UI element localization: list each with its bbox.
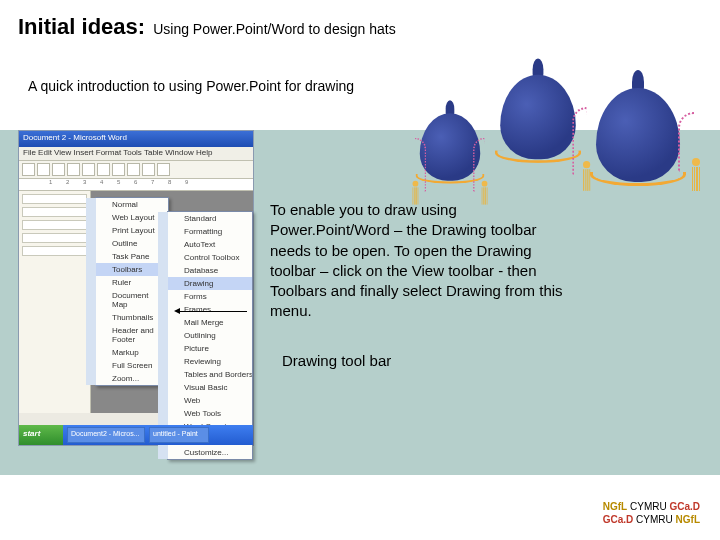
menu-item: Ruler [86, 276, 168, 289]
toolbar-button [97, 163, 110, 176]
taskpane-item [22, 194, 87, 204]
toolbar-button [112, 163, 125, 176]
submenu-item: Control Toolbox [158, 251, 252, 264]
tassel-icon [583, 161, 590, 197]
taskpane-item [22, 207, 87, 217]
submenu-item: Outlining [158, 329, 252, 342]
submenu-item-drawing: Drawing [158, 277, 252, 290]
taskpane-item [22, 246, 87, 256]
toolbar-button [157, 163, 170, 176]
toolbar-button [82, 163, 95, 176]
menu-item: Markup [86, 346, 168, 359]
hat-icon [500, 75, 576, 160]
taskpane-item [22, 233, 87, 243]
footer-text: GCa.D [603, 514, 634, 525]
callout-arrow-icon [177, 311, 247, 312]
menu-item: Thumbnails [86, 311, 168, 324]
menu-item: Zoom... [86, 372, 168, 385]
footer-text: CYMRU [630, 501, 667, 512]
windows-taskbar: start Document2 - Micros... untitled - P… [19, 425, 253, 445]
menu-item: Normal [86, 198, 168, 211]
hat-illustration [408, 28, 708, 238]
submenu-item: Reviewing [158, 355, 252, 368]
submenu-item: Tables and Borders [158, 368, 252, 381]
toolbars-submenu: Standard Formatting AutoText Control Too… [167, 211, 253, 460]
taskbar-task: Document2 - Micros... [67, 427, 145, 443]
toolbar-button [22, 163, 35, 176]
toolbar-button [127, 163, 140, 176]
footer-text: NGfL [603, 501, 627, 512]
hat-brim-icon [590, 172, 686, 186]
start-button: start [19, 425, 63, 445]
caption-text: Drawing tool bar [282, 352, 391, 369]
submenu-item: Web Tools [158, 407, 252, 420]
window-menubar: File Edit View Insert Format Tools Table… [19, 147, 253, 161]
toolbar-button [142, 163, 155, 176]
footer-text: CYMRU [636, 514, 673, 525]
menu-item: Document Map [86, 289, 168, 311]
submenu-item: Formatting [158, 225, 252, 238]
word-screenshot: Document 2 - Microsoft Word File Edit Vi… [18, 130, 254, 446]
menu-item: Print Layout [86, 224, 168, 237]
slide-title: Initial ideas: Using Power.Point/Word to… [18, 14, 396, 40]
title-main: Initial ideas: [18, 14, 145, 40]
menu-item: Full Screen [86, 359, 168, 372]
document-area: Normal Web Layout Print Layout Outline T… [91, 191, 253, 413]
submenu-item: Visual Basic [158, 381, 252, 394]
menu-item: Web Layout [86, 211, 168, 224]
footer-text: NGfL [676, 514, 700, 525]
taskbar-task: untitled - Paint [149, 427, 209, 443]
tassel-icon [413, 181, 419, 210]
menu-item-toolbars: Toolbars [86, 263, 168, 276]
menu-item: Task Pane [86, 250, 168, 263]
intro-text: A quick introduction to using Power.Poin… [28, 78, 354, 94]
submenu-item: Database [158, 264, 252, 277]
submenu-item: Forms [158, 290, 252, 303]
footer-logos: NGfL CYMRU GCa.D GCa.D CYMRU NGfL [603, 500, 700, 526]
hat-brim-icon [495, 150, 581, 163]
submenu-item: Picture [158, 342, 252, 355]
hat-icon [596, 88, 680, 182]
menu-item: Outline [86, 237, 168, 250]
ruler: 1 2 3 4 5 6 7 8 9 [19, 179, 253, 191]
toolbar-button [37, 163, 50, 176]
title-sub: Using Power.Point/Word to design hats [153, 21, 396, 37]
window-titlebar: Document 2 - Microsoft Word [19, 131, 253, 147]
toolbar-button [52, 163, 65, 176]
hat-icon [420, 113, 480, 181]
tassel-icon [482, 181, 488, 210]
submenu-item: AutoText [158, 238, 252, 251]
submenu-item: Web [158, 394, 252, 407]
window-toolbar [19, 161, 253, 179]
taskpane-item [22, 220, 87, 230]
submenu-item: Standard [158, 212, 252, 225]
footer-text: GCa.D [669, 501, 700, 512]
menu-item: Header and Footer [86, 324, 168, 346]
submenu-item: Mail Merge [158, 316, 252, 329]
task-pane [19, 191, 91, 413]
submenu-item: Customize... [158, 446, 252, 459]
toolbar-button [67, 163, 80, 176]
tassel-icon [692, 158, 700, 198]
